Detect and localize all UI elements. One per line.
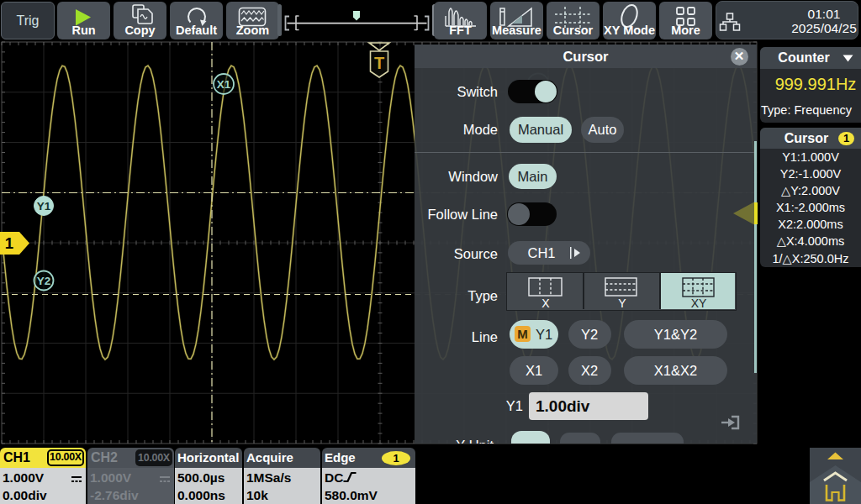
svg-text:Y: Y: [618, 297, 626, 309]
svg-text:T: T: [374, 54, 384, 72]
svg-text:Y1: Y1: [37, 200, 51, 213]
svg-text:Y2: Y2: [37, 275, 51, 287]
svg-text:X1: X1: [217, 78, 231, 91]
svg-text:1: 1: [5, 234, 13, 252]
svg-text:XY: XY: [691, 297, 707, 309]
svg-text:X: X: [541, 297, 550, 309]
